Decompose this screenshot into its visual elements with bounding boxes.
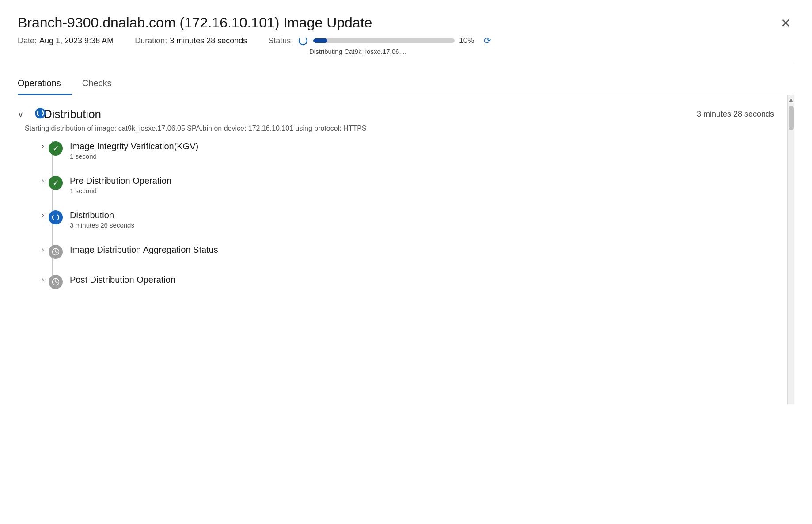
timeline-item: › Image Distribution Aggregation Status bbox=[40, 245, 787, 259]
item-expand-0[interactable]: › bbox=[40, 142, 49, 150]
item-title-4: Post Distribution Operation bbox=[70, 275, 787, 285]
distribution-section-header: ∨ Distribution 3 minutes 28 seconds bbox=[18, 107, 787, 121]
distribution-status-icon bbox=[29, 110, 38, 119]
timeline-item: › Post Distribution Operation bbox=[40, 275, 787, 289]
duration-value: 3 minutes 28 seconds bbox=[170, 36, 247, 46]
progress-bar-container: 10% bbox=[313, 36, 475, 45]
section-header-left: ∨ Distribution bbox=[18, 107, 101, 121]
date-value: Aug 1, 2023 9:38 AM bbox=[39, 36, 114, 46]
item-expand-4[interactable]: › bbox=[40, 276, 49, 284]
tabs-row: Operations Checks bbox=[18, 74, 794, 95]
item-title-3: Image Distribution Aggregation Status bbox=[70, 245, 787, 255]
header-divider bbox=[18, 63, 794, 63]
operations-panel: ∨ Distribution 3 minutes 28 seconds Star… bbox=[18, 95, 787, 404]
distribution-section-description: Starting distribution of image: cat9k_io… bbox=[25, 125, 787, 133]
scrollbar-track: ▲ bbox=[787, 95, 794, 404]
svg-line-4 bbox=[56, 252, 57, 253]
scrollbar-up-arrow[interactable]: ▲ bbox=[788, 95, 794, 104]
item-expand-3[interactable]: › bbox=[40, 246, 49, 254]
svg-point-1 bbox=[39, 108, 52, 121]
item-status-icon-0: ✓ bbox=[49, 141, 63, 156]
distribution-section-duration: 3 minutes 28 seconds bbox=[697, 110, 774, 119]
svg-line-7 bbox=[56, 282, 57, 283]
date-meta: Date: Aug 1, 2023 9:38 AM bbox=[18, 36, 114, 46]
item-status-icon-2 bbox=[49, 210, 63, 224]
status-sub-text: Distributing Cat9k_iosxe.17.06.... bbox=[309, 48, 406, 55]
item-status-icon-3 bbox=[49, 245, 63, 259]
svg-point-0 bbox=[298, 36, 308, 46]
item-expand-1[interactable]: › bbox=[40, 177, 49, 185]
item-content-2: Distribution 3 minutes 26 seconds bbox=[70, 210, 787, 229]
item-duration-1: 1 second bbox=[70, 187, 787, 194]
timeline-item: › ✓ Pre Distribution Operation 1 second bbox=[40, 176, 787, 194]
modal-container: Branch-9300.dnalab.com (172.16.10.101) I… bbox=[0, 0, 812, 524]
item-title-0: Image Integrity Verification(KGV) bbox=[70, 141, 787, 152]
close-button[interactable]: ✕ bbox=[777, 16, 794, 30]
date-label: Date: bbox=[18, 36, 37, 46]
tab-checks[interactable]: Checks bbox=[82, 74, 122, 95]
item-duration-2: 3 minutes 26 seconds bbox=[70, 221, 787, 229]
scrollbar-thumb[interactable] bbox=[789, 106, 794, 130]
status-section: Status: 10% ⟳ bbox=[268, 35, 491, 46]
progress-percent: 10% bbox=[459, 36, 475, 45]
modal-title: Branch-9300.dnalab.com (172.16.10.101) I… bbox=[18, 14, 372, 31]
item-content-1: Pre Distribution Operation 1 second bbox=[70, 176, 787, 194]
distribution-section-title: Distribution bbox=[44, 107, 101, 121]
timeline: › ✓ Image Integrity Verification(KGV) 1 … bbox=[40, 141, 787, 289]
timeline-item: › ✓ Image Integrity Verification(KGV) 1 … bbox=[40, 141, 787, 160]
distribution-expand-button[interactable]: ∨ bbox=[18, 110, 23, 119]
item-expand-2[interactable]: › bbox=[40, 211, 49, 219]
item-status-icon-1: ✓ bbox=[49, 176, 63, 190]
duration-meta: Duration: 3 minutes 28 seconds bbox=[135, 36, 247, 46]
item-content-4: Post Distribution Operation bbox=[70, 275, 787, 286]
refresh-button[interactable]: ⟳ bbox=[484, 35, 491, 46]
content-area: ∨ Distribution 3 minutes 28 seconds Star… bbox=[18, 95, 794, 404]
item-content-3: Image Distribution Aggregation Status bbox=[70, 245, 787, 256]
progress-bar-track bbox=[313, 38, 455, 43]
modal-header: Branch-9300.dnalab.com (172.16.10.101) I… bbox=[18, 14, 794, 31]
item-duration-0: 1 second bbox=[70, 152, 787, 160]
tab-operations[interactable]: Operations bbox=[18, 74, 72, 95]
status-spinner-icon bbox=[298, 36, 308, 46]
item-title-1: Pre Distribution Operation bbox=[70, 176, 787, 186]
status-label: Status: bbox=[268, 36, 293, 46]
modal-meta: Date: Aug 1, 2023 9:38 AM Duration: 3 mi… bbox=[18, 35, 794, 46]
item-content-0: Image Integrity Verification(KGV) 1 seco… bbox=[70, 141, 787, 160]
timeline-item: › Distribution 3 minute bbox=[40, 210, 787, 229]
item-status-icon-4 bbox=[49, 275, 63, 289]
item-title-2: Distribution bbox=[70, 210, 787, 220]
progress-bar-fill bbox=[313, 38, 327, 43]
duration-label: Duration: bbox=[135, 36, 167, 46]
